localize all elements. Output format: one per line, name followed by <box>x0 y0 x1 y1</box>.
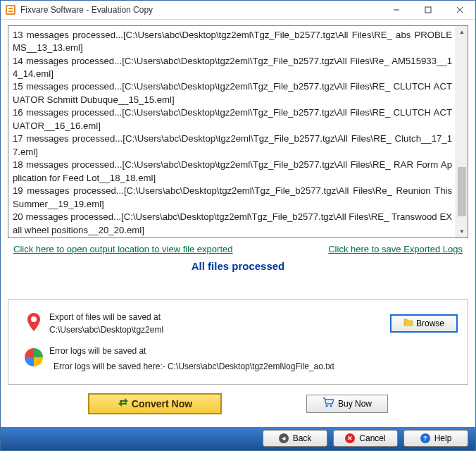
browse-button[interactable]: Browse <box>390 314 458 333</box>
app-window: Fixvare Software - Evaluation Copy 13 me… <box>0 0 476 451</box>
svg-point-8 <box>31 316 37 322</box>
error-row: Error logs will be saved at Error logs w… <box>18 340 458 377</box>
app-icon <box>5 4 16 16</box>
help-question-icon: ? <box>420 433 430 443</box>
log-scrollbar[interactable]: ▲ ▼ <box>456 26 468 237</box>
open-output-link[interactable]: Click here to open output location to vi… <box>13 244 232 254</box>
status-message: All files processed <box>6 259 470 279</box>
convert-label: Convert Now <box>132 398 192 409</box>
scroll-down-arrow[interactable]: ▼ <box>456 226 468 237</box>
browse-label: Browse <box>416 319 444 328</box>
window-title: Fixvare Software - Evaluation Copy <box>20 5 380 15</box>
export-label: Export of files will be saved at <box>49 311 380 323</box>
back-label: Back <box>293 433 312 443</box>
log-box: 13 messages processed...[C:\Users\abc\De… <box>8 25 468 238</box>
close-button[interactable] <box>444 1 475 19</box>
action-row: Convert Now Buy Now <box>6 390 470 421</box>
titlebar: Fixvare Software - Evaluation Copy <box>1 1 475 20</box>
svg-rect-2 <box>8 8 13 9</box>
help-label: Help <box>434 433 452 443</box>
log-line: 14 messages processed...[C:\Users\abc\De… <box>13 55 452 81</box>
content-area: 13 messages processed...[C:\Users\abc\De… <box>1 20 475 427</box>
error-path: Error logs will be saved here:- C:\Users… <box>49 357 458 373</box>
links-row: Click here to open output location to vi… <box>6 242 470 259</box>
pie-chart-icon <box>24 347 44 369</box>
maximize-button[interactable] <box>412 1 444 19</box>
svg-point-10 <box>330 405 332 407</box>
footer-bar: ◄ Back ✕ Cancel ? Help <box>1 427 475 450</box>
back-arrow-icon: ◄ <box>279 433 289 443</box>
cancel-x-icon: ✕ <box>345 433 355 443</box>
save-panel: Export of files will be saved at C:\User… <box>8 299 468 385</box>
help-button[interactable]: ? Help <box>403 430 468 447</box>
error-label: Error logs will be saved at <box>49 345 458 357</box>
convert-icon <box>118 397 129 410</box>
cart-icon <box>322 397 334 409</box>
folder-icon <box>403 318 413 328</box>
window-controls <box>380 1 475 19</box>
log-line: 20 messages processed...[C:\Users\abc\De… <box>13 211 452 237</box>
location-pin-icon <box>25 311 42 335</box>
log-line: 17 messages processed...[C:\Users\abc\De… <box>13 132 452 159</box>
scroll-up-arrow[interactable]: ▲ <box>456 26 468 38</box>
back-button[interactable]: ◄ Back <box>263 430 327 447</box>
minimize-button[interactable] <box>380 1 412 19</box>
convert-now-button[interactable]: Convert Now <box>88 393 222 414</box>
export-row: Export of files will be saved at C:\User… <box>18 307 458 340</box>
log-line: 16 messages processed...[C:\Users\abc\De… <box>13 106 452 132</box>
svg-rect-5 <box>425 7 431 13</box>
log-line: 13 messages processed...[C:\Users\abc\De… <box>13 29 452 55</box>
log-line: 18 messages processed...[C:\Users\abc\De… <box>13 159 452 185</box>
svg-rect-3 <box>8 11 13 12</box>
buy-now-button[interactable]: Buy Now <box>306 395 388 413</box>
export-path: C:\Users\abc\Desktop\tgz2eml <box>49 323 380 336</box>
cancel-button[interactable]: ✕ Cancel <box>333 430 398 447</box>
svg-rect-1 <box>7 6 14 13</box>
log-line: 19 messages processed...[C:\Users\abc\De… <box>13 185 452 211</box>
log-viewport[interactable]: 13 messages processed...[C:\Users\abc\De… <box>8 26 468 237</box>
log-line: 15 messages processed...[C:\Users\abc\De… <box>13 80 452 106</box>
save-logs-link[interactable]: Click here to save Exported Logs <box>328 244 463 254</box>
buy-label: Buy Now <box>338 399 372 409</box>
scroll-thumb[interactable] <box>458 167 466 216</box>
svg-point-9 <box>325 405 327 407</box>
cancel-label: Cancel <box>359 433 385 443</box>
